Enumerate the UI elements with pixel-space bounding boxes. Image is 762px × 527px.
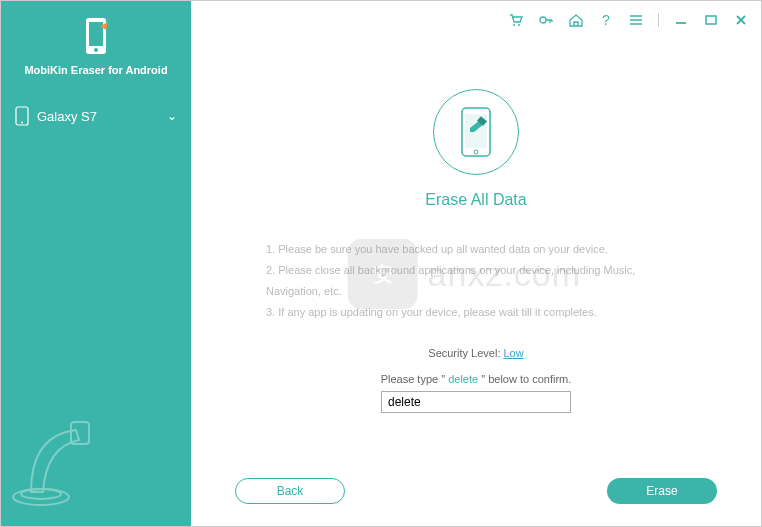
phone-icon bbox=[15, 106, 29, 126]
phone-erase-icon bbox=[458, 106, 494, 158]
logo-area: MobiKin Eraser for Android bbox=[1, 1, 191, 86]
confirm-keyword: delete bbox=[448, 373, 478, 385]
instruction-line: 2. Please close all background applicati… bbox=[266, 260, 686, 302]
security-level-row: Security Level: Low bbox=[428, 347, 523, 359]
back-button[interactable]: Back bbox=[235, 478, 345, 504]
home-icon[interactable] bbox=[568, 12, 584, 28]
sidebar-decoration bbox=[1, 382, 191, 526]
app-logo-icon bbox=[80, 16, 112, 56]
svg-text:?: ? bbox=[602, 12, 610, 28]
svg-point-7 bbox=[21, 489, 61, 499]
content-area: 安 anxz.com Erase All Data 1. Please be s… bbox=[191, 39, 761, 526]
titlebar-separator bbox=[658, 13, 659, 27]
erase-button[interactable]: Erase bbox=[607, 478, 717, 504]
svg-point-2 bbox=[94, 48, 98, 52]
instructions: 1. Please be sure you have backed up all… bbox=[266, 239, 686, 323]
security-level-link[interactable]: Low bbox=[504, 347, 524, 359]
confirm-suffix: " below to confirm. bbox=[478, 373, 571, 385]
device-selector[interactable]: Galaxy S7 ⌄ bbox=[1, 92, 191, 140]
hero-circle bbox=[433, 89, 519, 175]
product-name: MobiKin Eraser for Android bbox=[11, 64, 181, 76]
menu-icon[interactable] bbox=[628, 12, 644, 28]
svg-point-8 bbox=[513, 24, 515, 26]
main-panel: ? 安 anxz.com bbox=[191, 1, 761, 526]
titlebar: ? bbox=[191, 1, 761, 39]
instruction-line: 1. Please be sure you have backed up all… bbox=[266, 239, 686, 260]
vacuum-icon bbox=[11, 392, 141, 512]
page-title: Erase All Data bbox=[425, 191, 526, 209]
device-name: Galaxy S7 bbox=[37, 109, 159, 124]
svg-point-10 bbox=[540, 17, 546, 23]
svg-point-4 bbox=[21, 122, 23, 124]
security-level-label: Security Level: bbox=[428, 347, 503, 359]
instruction-line: 3. If any app is updating on your device… bbox=[266, 302, 686, 323]
minimize-icon[interactable] bbox=[673, 12, 689, 28]
confirm-input[interactable] bbox=[381, 391, 571, 413]
sidebar: MobiKin Eraser for Android Galaxy S7 ⌄ bbox=[1, 1, 191, 526]
svg-point-9 bbox=[518, 24, 520, 26]
help-icon[interactable]: ? bbox=[598, 12, 614, 28]
svg-rect-12 bbox=[706, 16, 716, 24]
chevron-down-icon: ⌄ bbox=[167, 109, 177, 123]
button-row: Back Erase bbox=[191, 478, 761, 504]
confirm-prefix: Please type " bbox=[381, 373, 449, 385]
maximize-icon[interactable] bbox=[703, 12, 719, 28]
confirm-instruction: Please type " delete " below to confirm. bbox=[381, 373, 572, 385]
svg-point-15 bbox=[474, 150, 478, 154]
cart-icon[interactable] bbox=[508, 12, 524, 28]
key-icon[interactable] bbox=[538, 12, 554, 28]
close-icon[interactable] bbox=[733, 12, 749, 28]
